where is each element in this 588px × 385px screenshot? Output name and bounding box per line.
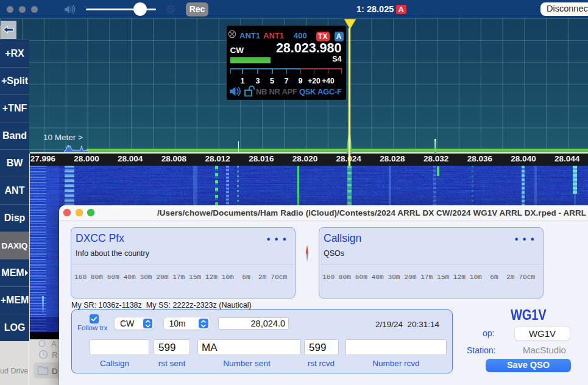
svg-text:R: R: [52, 350, 58, 359]
svg-text:D: D: [52, 367, 58, 376]
svg-text:A: A: [51, 339, 57, 347]
